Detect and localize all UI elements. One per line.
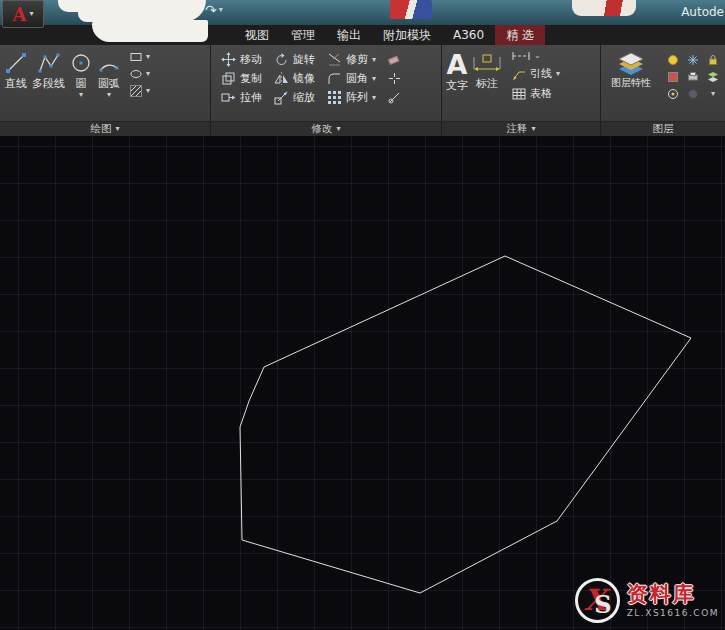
layer-more-button[interactable]: ▾	[705, 88, 721, 100]
dimension-style-button[interactable]: ⌄	[512, 51, 560, 61]
drawn-polygon[interactable]	[240, 256, 691, 593]
chevron-down-icon: ▾	[146, 53, 150, 61]
table-button[interactable]: 表格	[512, 86, 560, 101]
layer-tools: ▾	[665, 48, 721, 100]
line-button[interactable]: 直线	[2, 48, 30, 91]
polyline-button[interactable]: 多段线	[30, 48, 67, 91]
layer-properties-label: 图层特性	[611, 77, 651, 90]
chevron-down-icon: ▾	[336, 125, 340, 133]
layer-freeze-button[interactable]	[685, 54, 701, 66]
panel-label-draw[interactable]: 绘图 ▾	[0, 121, 210, 136]
chevron-down-icon: ▾	[531, 125, 535, 133]
measure-icon	[388, 91, 401, 104]
panel-layers: 图层特性 ▾ 图层	[601, 45, 725, 136]
match-layer-icon	[707, 71, 719, 83]
leader-label: 引线	[530, 66, 552, 81]
text-label: 文字	[446, 79, 468, 93]
watermark-title: 资料库	[627, 582, 719, 606]
stretch-icon	[221, 90, 236, 105]
copy-icon	[221, 71, 236, 86]
layer-plot-button[interactable]	[685, 71, 701, 83]
rectangle-button[interactable]: ▾	[129, 50, 150, 64]
lock-icon	[707, 54, 719, 66]
draw-panel-title: 绘图	[90, 122, 111, 136]
redo-button[interactable]: ↷ ▾	[205, 2, 223, 18]
tab-manage[interactable]: 管理	[280, 25, 326, 45]
measure-button[interactable]	[388, 90, 401, 105]
tab-a360[interactable]: A360	[442, 25, 495, 45]
stretch-button[interactable]: 拉伸	[221, 90, 262, 105]
layer-isolate-button[interactable]	[665, 88, 681, 100]
panel-label-modify[interactable]: 修改 ▾	[211, 121, 441, 136]
mirror-icon	[274, 71, 289, 86]
polyline-icon	[37, 51, 61, 75]
isolate-icon	[667, 88, 679, 100]
layer-on-button[interactable]	[665, 54, 681, 66]
smudge-overlay	[92, 20, 208, 42]
rotate-button[interactable]: 旋转	[274, 52, 315, 67]
erase-icon	[388, 53, 401, 66]
watermark: X S 资料库 ZL.XS1616.COM	[575, 578, 719, 623]
hatch-icon	[129, 84, 143, 98]
smudge-overlay	[78, 0, 206, 22]
bulb-icon	[667, 54, 679, 66]
layer-match-button[interactable]	[705, 71, 721, 83]
circle-label: 圆	[76, 77, 87, 91]
tab-output[interactable]: 输出	[326, 25, 372, 45]
printer-icon	[687, 71, 699, 83]
color-swatch-icon	[667, 71, 679, 83]
scale-button[interactable]: 缩放	[274, 90, 315, 105]
copy-button[interactable]: 复制	[221, 71, 262, 86]
layer-color-button[interactable]	[665, 71, 681, 83]
chevron-down-icon: ▾	[556, 70, 560, 78]
panel-label-annotate[interactable]: 注释 ▾	[442, 121, 600, 136]
window-title: Autode	[681, 5, 724, 19]
arc-button[interactable]: 圆弧 ▾	[95, 48, 123, 99]
pasted-image-small	[390, 0, 432, 19]
tab-view[interactable]: 视图	[234, 25, 280, 45]
dimension-icon	[472, 51, 502, 75]
arc-icon	[97, 51, 121, 75]
array-label: 阵列	[346, 90, 368, 105]
rotate-label: 旋转	[293, 52, 315, 67]
layer-off-button[interactable]	[685, 88, 701, 100]
move-label: 移动	[240, 52, 262, 67]
trim-button[interactable]: 修剪 ▾	[327, 52, 376, 67]
circle-button[interactable]: 圆 ▾	[67, 48, 95, 99]
rotate-icon	[274, 52, 289, 67]
explode-button[interactable]	[388, 71, 401, 86]
panel-annotate-body: A 文字 标注 ⌄ 引线 ▾	[442, 45, 600, 121]
array-button[interactable]: 阵列 ▾	[327, 90, 376, 105]
tab-addins[interactable]: 附加模块	[372, 25, 442, 45]
ellipse-icon	[129, 67, 143, 81]
drawing-canvas[interactable]: X S 资料库 ZL.XS1616.COM	[0, 136, 725, 630]
scale-label: 缩放	[293, 90, 315, 105]
app-menu-button[interactable]: A ▾	[2, 0, 44, 28]
hatch-button[interactable]: ▾	[129, 84, 150, 98]
leader-button[interactable]: 引线 ▾	[512, 66, 560, 81]
watermark-logo: X S	[575, 578, 620, 623]
linear-dimension-icon	[512, 51, 530, 61]
move-button[interactable]: 移动	[221, 52, 262, 67]
erase-button[interactable]	[388, 52, 401, 67]
layer-properties-button[interactable]: 图层特性	[603, 48, 659, 90]
chevron-down-icon: ▾	[711, 90, 715, 98]
layers-icon	[617, 51, 645, 75]
layer-lock-button[interactable]	[705, 54, 721, 66]
tab-featured[interactable]: 精 选	[495, 25, 545, 45]
panel-modify-body: 移动 旋转 修剪 ▾	[211, 45, 441, 121]
fillet-icon	[327, 71, 342, 86]
chevron-down-icon: ▾	[372, 94, 376, 102]
trim-label: 修剪	[346, 52, 368, 67]
freeze-icon	[687, 54, 699, 66]
scale-icon	[274, 90, 289, 105]
mirror-button[interactable]: 镜像	[274, 71, 315, 86]
autocad-window: A ▾ ↷ ▾ Autode 视图 管理 输出 附加模块 A360 精 选 直线	[0, 0, 725, 630]
dimension-button[interactable]: 标注	[470, 48, 504, 91]
text-button[interactable]: A 文字	[444, 48, 470, 93]
table-icon	[512, 87, 526, 101]
fillet-button[interactable]: 圆角 ▾	[327, 71, 376, 86]
panel-label-layers[interactable]: 图层	[601, 121, 725, 136]
ellipse-button[interactable]: ▾	[129, 67, 150, 81]
chevron-down-icon: ▾	[146, 87, 150, 95]
